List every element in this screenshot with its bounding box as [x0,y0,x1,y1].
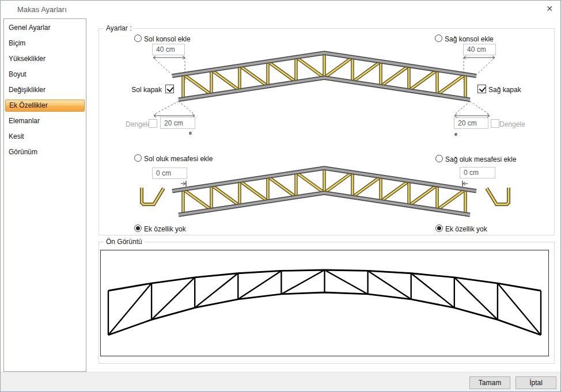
radio-icon [435,35,442,42]
settings-groupbox: Ayarlar : [98,28,555,235]
truss-settings-dialog: Makas Ayarları ✕ Genel Ayarlar Biçim Yük… [0,0,561,392]
radio-icon [134,35,142,42]
footer-bar: Tamam İptal [1,372,560,391]
sol-konsol-input[interactable] [152,44,185,55]
window-title: Makas Ayarları [17,5,67,14]
radio-icon [134,154,142,162]
sol-dengele-input[interactable] [160,117,195,129]
preview-group-label: Ön Görüntü [104,238,145,246]
radio-icon [435,155,443,162]
sidebar-item-bicim[interactable]: Biçim [5,37,85,50]
sol-dengele-label: Dengele [126,120,151,128]
sidebar-item-kesit[interactable]: Kesit [5,131,85,143]
sol-oluk-radio[interactable]: Sol oluk mesafesi ekle [134,154,221,163]
sag-oluk-input[interactable] [460,167,495,178]
ok-button[interactable]: Tamam [469,376,510,389]
sag-ek-ozellik-yok-radio[interactable]: Ek özellik yok [435,224,499,233]
sag-dengele-input[interactable] [454,117,488,129]
cancel-button[interactable]: İptal [515,376,556,389]
title-bar: Makas Ayarları ✕ [1,1,560,18]
preview-groupbox: Ön Görüntü [98,242,555,364]
dimension-e-label: e [454,131,457,137]
preview-canvas [100,250,549,356]
sag-dengele-checkbox[interactable] [491,119,499,128]
sol-dengele-checkbox[interactable] [149,119,157,128]
dimension-e-label: e [189,130,192,136]
settings-group-label: Ayarlar : [104,24,134,32]
sidebar-item-ek-ozellikler[interactable]: Ek Özellikler [5,100,85,112]
sol-kapak-checkbox[interactable]: Sol kapak [130,85,174,93]
radio-icon [134,224,142,232]
sol-oluk-input[interactable] [152,168,187,179]
radio-icon [435,224,443,232]
sag-oluk-radio[interactable]: Sağ oluk mesafesi ekle [435,155,522,163]
sol-konsol-radio[interactable]: Sol konsol ekle [134,35,198,43]
sag-kapak-checkbox[interactable]: Sağ kapak [477,85,524,93]
sidebar-item-degisiklikler[interactable]: Değişiklikler [5,84,85,96]
sidebar-item-gorunum[interactable]: Görünüm [5,146,85,158]
checkbox-icon [165,85,174,93]
sidebar-item-boyut[interactable]: Boyut [5,68,85,81]
sidebar-item-elemanlar[interactable]: Elemanlar [5,115,85,127]
close-button[interactable]: ✕ [540,1,559,16]
sidebar-item-genel-ayarlar[interactable]: Genel Ayarlar [5,22,85,34]
preview-truss-drawing [101,250,548,356]
sol-ek-ozellik-yok-radio[interactable]: Ek özellik yok [134,224,198,233]
sidebar-item-yukseklikler[interactable]: Yükseklikler [5,53,85,65]
close-icon: ✕ [546,4,553,13]
sag-dengele-label: Dengele [499,120,525,128]
sag-konsol-radio[interactable]: Sağ konsol ekle [435,35,498,43]
sag-konsol-input[interactable] [463,44,496,55]
checkbox-icon [477,85,486,93]
